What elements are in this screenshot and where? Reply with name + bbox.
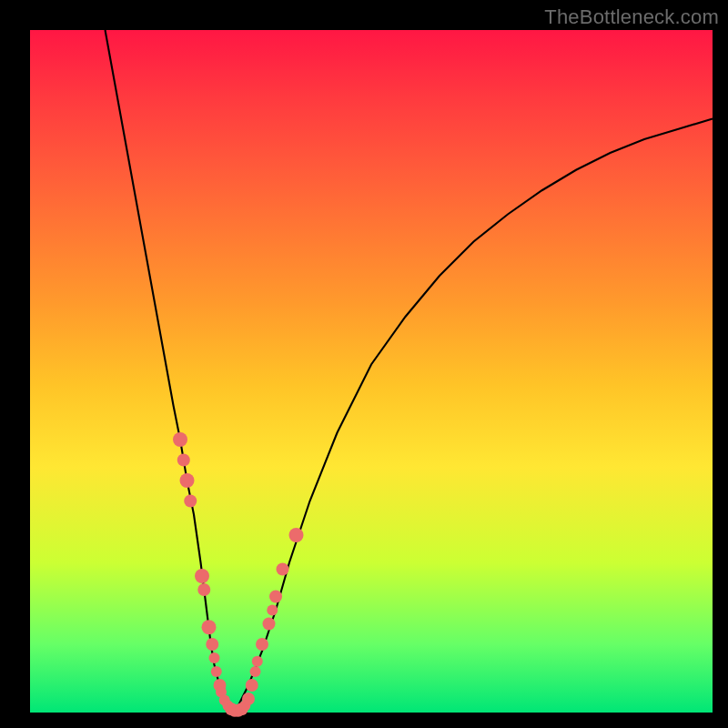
marker-dot	[195, 569, 209, 583]
marker-dot	[173, 432, 187, 447]
marker-dot	[256, 638, 268, 651]
marker-group	[173, 432, 304, 717]
bottleneck-chart	[30, 30, 713, 713]
marker-dot	[177, 454, 190, 467]
marker-dot	[242, 693, 255, 705]
marker-dot	[277, 563, 289, 576]
marker-dot	[209, 652, 220, 663]
marker-dot	[246, 679, 258, 692]
marker-dot	[184, 495, 197, 508]
curve-left	[106, 30, 236, 713]
marker-dot	[180, 473, 195, 488]
marker-dot	[206, 638, 218, 651]
chart-frame: TheBottleneck.com	[0, 0, 728, 728]
marker-dot	[250, 666, 261, 677]
marker-dot	[269, 591, 282, 603]
marker-dot	[202, 620, 217, 634]
chart-svg	[30, 30, 713, 713]
watermark-text: TheBottleneck.com	[544, 5, 719, 29]
curve-right	[235, 119, 713, 713]
marker-dot	[267, 605, 278, 616]
marker-dot	[263, 618, 276, 631]
marker-dot	[252, 656, 263, 667]
marker-dot	[211, 666, 222, 677]
marker-dot	[289, 528, 304, 542]
marker-dot	[197, 583, 210, 596]
